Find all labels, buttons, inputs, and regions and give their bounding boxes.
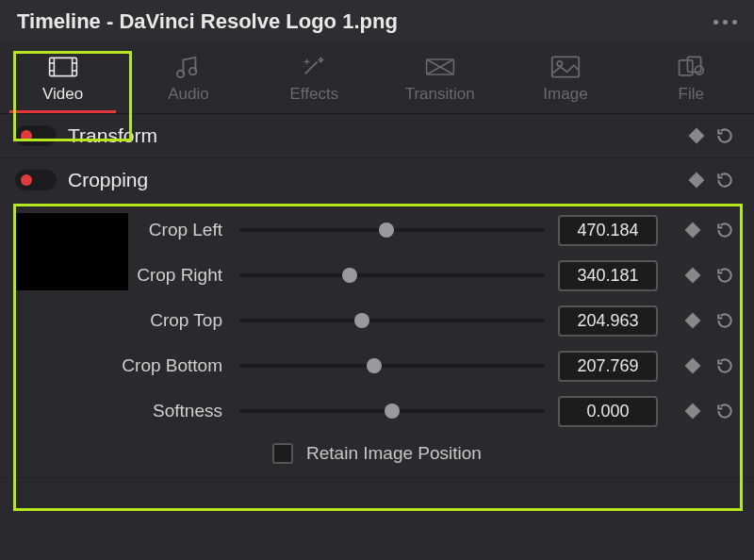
crop_right-slider[interactable] bbox=[239, 266, 545, 285]
cropping-reset-button[interactable] bbox=[711, 166, 739, 194]
transition-icon bbox=[425, 55, 455, 79]
crop_top-slider[interactable] bbox=[239, 311, 545, 330]
param-row-softness: Softness0.000 bbox=[15, 388, 739, 434]
crop_bottom-slider[interactable] bbox=[239, 356, 545, 375]
crop_bottom-keyframe-button[interactable] bbox=[679, 352, 707, 380]
cropping-toggle[interactable] bbox=[15, 170, 57, 190]
crop_left-keyframe-button[interactable] bbox=[679, 216, 707, 244]
tab-effects[interactable]: Effects bbox=[252, 43, 377, 113]
crop_right-keyframe-button[interactable] bbox=[679, 261, 707, 289]
softness-reset-button[interactable] bbox=[711, 397, 739, 425]
tab-video-label: Video bbox=[42, 85, 83, 104]
tab-effects-label: Effects bbox=[289, 85, 338, 104]
tab-file-label: File bbox=[679, 85, 704, 104]
image-icon bbox=[550, 55, 581, 79]
crop_left-value[interactable]: 470.184 bbox=[558, 215, 658, 246]
crop_top-value[interactable]: 204.963 bbox=[558, 305, 658, 337]
retain-image-position-label: Retain Image Position bbox=[306, 443, 482, 464]
tab-file[interactable]: File bbox=[629, 43, 754, 113]
svg-rect-13 bbox=[688, 57, 701, 72]
transform-toggle[interactable] bbox=[15, 125, 57, 146]
audio-icon bbox=[173, 55, 204, 79]
param-row-crop_top: Crop Top204.963 bbox=[15, 298, 739, 343]
crop_right-reset-button[interactable] bbox=[711, 261, 739, 289]
more-button[interactable] bbox=[713, 20, 737, 25]
crop_bottom-value[interactable]: 207.769 bbox=[558, 351, 658, 382]
param-row-crop_bottom: Crop Bottom207.769 bbox=[15, 343, 739, 388]
svg-rect-12 bbox=[680, 60, 693, 75]
panel-title: Timeline - DaVinci Resolve Logo 1.png bbox=[17, 9, 398, 34]
tab-image[interactable]: Image bbox=[502, 43, 628, 113]
file-icon bbox=[676, 55, 706, 79]
tab-audio[interactable]: Audio bbox=[125, 43, 251, 113]
transform-title: Transform bbox=[68, 124, 682, 147]
crop_top-keyframe-button[interactable] bbox=[679, 306, 707, 335]
section-cropping: Cropping Crop Left470.184Crop Right340.1… bbox=[0, 158, 754, 478]
tab-transition[interactable]: Transition bbox=[377, 43, 502, 113]
tab-image-label: Image bbox=[543, 85, 587, 104]
softness-slider[interactable] bbox=[239, 402, 545, 420]
cropping-params: Crop Left470.184Crop Right340.181Crop To… bbox=[0, 202, 754, 477]
crop_bottom-reset-button[interactable] bbox=[711, 352, 739, 380]
svg-point-7 bbox=[177, 71, 184, 77]
tab-transition-label: Transition bbox=[405, 85, 475, 104]
section-transform: Transform bbox=[0, 114, 754, 158]
crop_bottom-label: Crop Bottom bbox=[15, 355, 226, 376]
crop_left-reset-button[interactable] bbox=[711, 216, 739, 244]
svg-point-8 bbox=[189, 68, 196, 74]
svg-point-14 bbox=[696, 66, 704, 74]
crop_top-reset-button[interactable] bbox=[711, 306, 739, 335]
tabs: Video Audio Effects Transition Image Fil… bbox=[0, 43, 754, 114]
softness-label: Softness bbox=[15, 401, 226, 421]
cropping-title: Cropping bbox=[68, 169, 682, 191]
softness-keyframe-button[interactable] bbox=[679, 397, 707, 425]
crop_top-label: Crop Top bbox=[15, 310, 226, 331]
cropping-keyframe-button[interactable] bbox=[682, 166, 711, 194]
panel-header: Timeline - DaVinci Resolve Logo 1.png bbox=[0, 0, 754, 43]
tab-audio-label: Audio bbox=[168, 85, 208, 104]
effects-icon bbox=[299, 55, 329, 79]
crop_left-slider[interactable] bbox=[239, 221, 545, 239]
redacted-area bbox=[15, 213, 128, 290]
transform-reset-button[interactable] bbox=[711, 122, 739, 150]
svg-point-11 bbox=[557, 61, 562, 66]
retain-image-position-checkbox[interactable] bbox=[272, 443, 293, 464]
softness-value[interactable]: 0.000 bbox=[558, 396, 658, 427]
tab-video[interactable]: Video bbox=[0, 43, 125, 113]
video-icon bbox=[48, 55, 78, 79]
crop_right-value[interactable]: 340.181 bbox=[558, 260, 658, 291]
transform-keyframe-button[interactable] bbox=[682, 122, 711, 150]
